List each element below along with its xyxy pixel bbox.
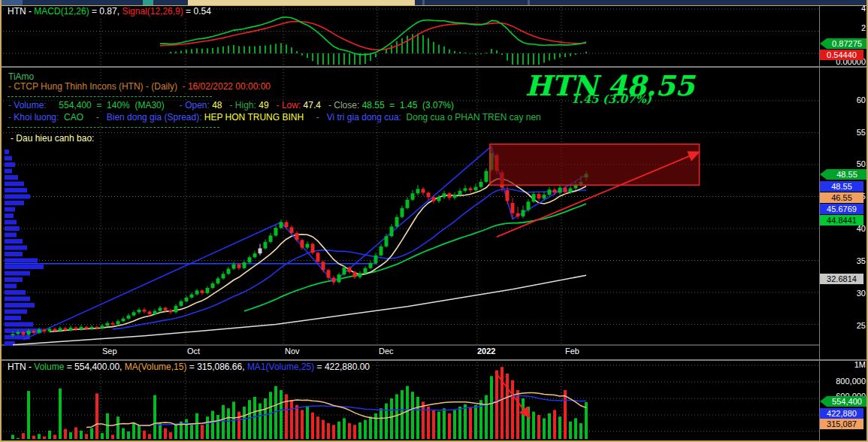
dashed-separator-2 [8,127,219,128]
axis-tick-label: 2 [813,23,866,32]
value-tag: 422,880 [820,408,863,419]
axis-tick-label: 4 [813,4,866,13]
axis-tick-label: 35 [813,256,866,265]
axis-tick-label: 55 [813,128,866,137]
warning-line: - Dau hieu canh bao: [8,134,96,144]
date-label: Dec [379,347,394,356]
ticker-info-line: - CTCP Hung Thinh Incons (HTN) - (Daily)… [6,82,273,92]
pane-separator-bottom[interactable] [2,359,868,361]
volume-header: HTN - Volume = 554,400.00, MA(Volume,15)… [5,362,372,372]
axis-tick-label: 50 [813,159,866,168]
axis-tick-label: 30 [813,289,866,298]
value-tag: 0.87275 [820,38,868,49]
value-tag: 48.55 [820,181,863,192]
value-tag: 32.6814 [820,274,863,284]
axis-tick-label: 1M [813,360,866,369]
big-ticker-change: 1.45 (3.07%) [571,92,652,106]
date-label: Nov [285,347,300,356]
axis-tick-label: 25 [813,321,866,330]
analysis-info-line: - Khoi luong: CAO - Bien dong gia (Sprea… [6,113,543,123]
ohlc-info-line: - Volume: 554,400 = 140% (MA30) - Open: … [6,101,456,110]
date-label: Feb [565,347,579,356]
value-tag: 0.54440 [820,50,863,60]
axis-tick-label: 60 [813,95,866,104]
value-tag: 45.6769 [820,204,863,214]
date-label: Sep [102,347,117,356]
value-tag: 46.55 [820,192,863,203]
value-tag: 315,087 [820,419,863,429]
pane-separator-top[interactable] [2,66,868,68]
value-tag: 554,400 [820,396,868,407]
date-label: Oct [187,347,200,356]
axis-tick-label: 800,000 [813,377,866,386]
dashed-separator-1 [8,96,212,97]
value-tag: 48.55 [820,169,868,180]
value-tag: 44.8441 [820,215,863,226]
macd-header: HTN - MACD(12,26) = 0.87, Signal(12,26,9… [5,7,213,17]
date-label: 2022 [477,347,495,356]
charting-app-window: HTN - MACD(12,26) = 0.87, Signal(12,26,9… [0,0,868,442]
